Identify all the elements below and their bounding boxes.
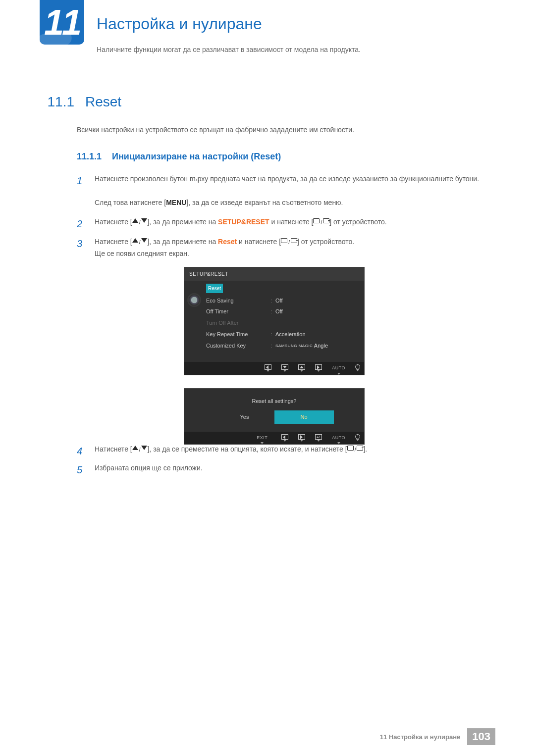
osd-row-label: Eco Saving [206, 296, 270, 305]
enter-icon: / [313, 218, 329, 227]
osd-row-value: Off [275, 296, 282, 305]
osd-gear-icon [184, 281, 204, 362]
osd-row-value: Acceleration [275, 330, 306, 339]
steps-list: Натиснете произволен бутон върху преднат… [77, 173, 483, 453]
step-3: Натиснете [/], за да преминете на Reset … [77, 236, 483, 445]
step-4-pre: Натиснете [ [95, 445, 132, 453]
subsection-number: 11.1.1 [77, 151, 102, 161]
yes-button: Yes [215, 410, 274, 424]
osd-row-label: Customized Key [206, 341, 270, 351]
step-3-pre: Натиснете [ [95, 238, 132, 246]
chapter-subtitle: Наличните функции могат да се различават… [97, 46, 361, 53]
step-1b-post: ], за да се изведе екранът на съответнот… [186, 199, 343, 206]
section-intro: Всички настройки на устройството се връщ… [77, 125, 483, 135]
chapter-number-badge: 11 [40, 0, 84, 45]
up-down-icon: / [132, 238, 148, 247]
osd-row-label: Turn Off After [206, 318, 270, 328]
footer-chapter-title: Настройка и нулиране [389, 733, 460, 741]
power-icon [355, 364, 360, 369]
osd-row-value: Off [275, 307, 282, 316]
subsection-heading: 11.1.1 Инициализиране на настройки (Rese… [77, 151, 281, 162]
enter-icon: / [347, 446, 364, 454]
step-4: 4 Натиснете [/], за да се преместите на … [77, 444, 483, 455]
osd-row-label: Key Repeat Time [206, 330, 270, 339]
footer-chapter-number: 11 [380, 733, 387, 741]
osd-question: Reset all settings? [184, 389, 364, 411]
step-2-target: SETUP&RESET [218, 218, 269, 226]
step-2-post: ] от устройството. [329, 218, 386, 226]
auto-label: AUTO [332, 364, 345, 372]
step-2: Натиснете [/], за да преминете на SETUP&… [77, 216, 483, 228]
step-3-after: Ще се появи следният екран. [95, 250, 189, 257]
nav-left-icon [281, 434, 288, 440]
footer-crumb: 11 Настройка и нулиране [380, 733, 461, 741]
step-3-post: ] от устройството. [297, 238, 354, 246]
chapter-title: Настройка и нулиране [97, 15, 262, 33]
menu-label: MENU [166, 199, 186, 206]
step-4-mid: ], за да се преместите на опцията, която… [147, 445, 347, 453]
exit-label: EXIT [257, 434, 268, 442]
step-2-pre: Натиснете [ [95, 218, 132, 226]
step-2-mid2: и натиснете [ [269, 218, 314, 226]
osd-footer: AUTO [184, 362, 364, 374]
auto-label: AUTO [332, 434, 345, 442]
section-title: Reset [85, 94, 121, 110]
subsection-title: Инициализиране на настройки (Reset) [112, 151, 281, 161]
osd-row: Turn Off After [206, 317, 359, 329]
osd-row: Off Timer:Off [206, 306, 359, 317]
osd-row: Eco Saving:Off [206, 295, 359, 306]
osd-setup-reset: SETUP&RESET Reset Eco Saving:Off Off Tim… [184, 267, 365, 375]
power-icon [355, 434, 360, 439]
osd-menu: Reset Eco Saving:Off Off Timer:Off Turn … [204, 281, 364, 362]
step-3-mid: ], за да преминете на [147, 238, 218, 246]
step-1b-pre: След това натиснете [ [95, 199, 166, 206]
page-number: 103 [467, 728, 495, 745]
samsung-magic-label: SAMSUNG MAGIC [275, 344, 313, 348]
up-down-icon: / [132, 446, 148, 454]
step-1-text: Натиснете произволен бутон върху преднат… [95, 175, 479, 183]
no-button: No [274, 410, 334, 424]
steps-list-cont: 4 Натиснете [/], за да се преместите на … [77, 444, 483, 481]
up-down-icon: / [132, 218, 148, 227]
section-number: 11.1 [40, 94, 74, 110]
step-2-mid: ], за да преминете на [147, 218, 218, 226]
nav-right-icon [298, 434, 305, 440]
osd-row-value: SAMSUNG MAGIC Angle [275, 341, 328, 351]
page-footer: 11 Настройка и нулиране 103 [380, 728, 495, 745]
osd-row: Key Repeat Time:Acceleration [206, 329, 359, 340]
osd-row: Customized Key:SAMSUNG MAGIC Angle [206, 340, 359, 352]
osd-footer: EXIT AUTO [184, 432, 364, 444]
osd-row-label: Off Timer [206, 307, 270, 316]
nav-down-icon [281, 364, 288, 370]
step-4-post: ]. [363, 445, 367, 453]
enter-icon [315, 434, 322, 440]
step-5-text: Избраната опция ще се приложи. [95, 464, 203, 472]
step-1: Натиснете произволен бутон върху преднат… [77, 173, 483, 208]
step-5: 5 Избраната опция ще се приложи. [77, 462, 483, 474]
osd-selected-item: Reset [206, 284, 223, 293]
nav-up-icon [298, 364, 305, 370]
step-3-target: Reset [218, 238, 237, 246]
enter-icon: / [281, 238, 297, 247]
nav-right-icon [315, 364, 322, 370]
osd-reset-confirm: Reset all settings? Yes No EXIT AUTO [184, 388, 365, 445]
osd-screenshots: SETUP&RESET Reset Eco Saving:Off Off Tim… [184, 267, 483, 445]
section-heading: 11.1 Reset [40, 94, 121, 110]
step-3-mid2: и натиснете [ [237, 238, 281, 246]
osd-title: SETUP&RESET [184, 267, 364, 281]
nav-left-icon [265, 364, 271, 370]
